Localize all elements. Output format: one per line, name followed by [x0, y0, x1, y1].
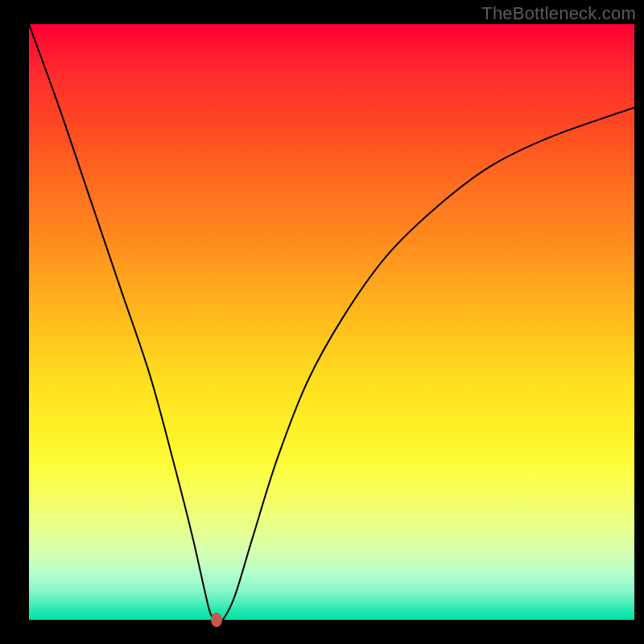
attribution-text: TheBottleneck.com: [481, 3, 636, 24]
bottleneck-curve-path: [29, 24, 634, 620]
chart-frame: TheBottleneck.com: [0, 0, 644, 644]
optimal-point-marker: [211, 613, 222, 627]
plot-area: [29, 24, 634, 620]
curve-svg: [29, 24, 634, 620]
